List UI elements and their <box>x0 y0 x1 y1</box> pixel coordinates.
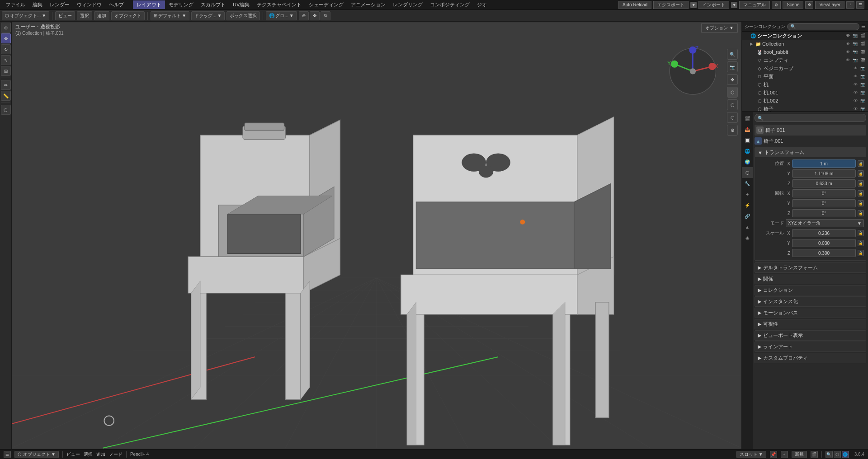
add-cube-tool[interactable]: ⬡ <box>1 105 11 115</box>
add-menu-btn[interactable]: 追加 <box>94 11 109 20</box>
prop-tab-output[interactable]: 📤 <box>742 124 753 135</box>
item4-eye-icon[interactable]: 👁 <box>853 74 859 79</box>
status-pin-icon[interactable]: 📌 <box>770 451 777 458</box>
prop-tab-modifier[interactable]: 🔧 <box>742 178 753 189</box>
item8-cam-icon[interactable]: 📷 <box>859 107 866 111</box>
scene-btn[interactable]: Scene <box>783 1 803 9</box>
col-cam-icon[interactable]: 📷 <box>852 42 859 46</box>
status-add-btn[interactable]: 追加 <box>96 451 105 458</box>
scale-z-lock[interactable]: 🔒 <box>858 250 864 256</box>
instancing-header[interactable]: ▶ インスタンス化 <box>755 297 866 306</box>
viewport-camera-btn[interactable]: 📷 <box>727 61 738 72</box>
viewport-zoom-in-btn[interactable]: 🔍 <box>727 49 738 60</box>
status-view-btn[interactable]: ビュー <box>66 451 80 458</box>
item8-eye-icon[interactable]: 👁 <box>853 107 859 111</box>
position-z-field[interactable]: 0.633 m <box>792 179 856 187</box>
motion-paths-header[interactable]: ▶ モーションパス <box>755 308 866 318</box>
col-render-icon[interactable]: 🎬 <box>859 42 866 46</box>
view-layer-icon[interactable]: ⋮ <box>846 1 854 9</box>
visibility-header[interactable]: ▶ 可視性 <box>755 319 866 329</box>
rotation-mode-select[interactable]: XYZ オイラー角 ▼ <box>786 219 864 227</box>
item2-eye-icon[interactable]: 👁 <box>845 58 851 62</box>
transform-section-header[interactable]: ▼ トランスフォーム <box>755 148 866 157</box>
workspace-sculpt[interactable]: スカルプト <box>197 0 229 9</box>
select-menu-btn[interactable]: 選択 <box>77 11 92 20</box>
line-art-header[interactable]: ▶ ラインアート <box>755 342 866 351</box>
workspace-geo[interactable]: ジオ <box>473 0 491 9</box>
scale-tool[interactable]: ⤡ <box>1 55 11 65</box>
workspace-texture[interactable]: テクスチャペイント <box>253 0 305 9</box>
scale-z-field[interactable]: 0.300 <box>792 249 856 257</box>
transform-btn-1[interactable]: ⊕ <box>299 11 309 20</box>
annotate-tool[interactable]: ✏ <box>1 80 11 90</box>
delta-transform-header[interactable]: ▶ デルタトランスフォーム <box>755 263 866 272</box>
item5-cam-icon[interactable]: 📷 <box>859 82 866 87</box>
outliner-bezier[interactable]: ◇ ベジエカーブ 👁 📷 <box>742 64 868 72</box>
item3-cam-icon[interactable]: 📷 <box>859 66 866 70</box>
viewport-3d[interactable]: ユーザー・透視投影 (1) Collection | 椅子.001 オプション … <box>12 22 741 449</box>
transform-btn-3[interactable]: ↻ <box>321 11 330 20</box>
prop-tab-scene[interactable]: 🌐 <box>742 145 753 156</box>
scene-settings-icon[interactable]: ⚙ <box>805 1 813 9</box>
outliner-camera-icon[interactable]: 📷 <box>852 33 859 38</box>
col-eye-icon[interactable]: 👁 <box>845 42 851 46</box>
outliner-filter-icon[interactable]: ☰ <box>861 24 865 29</box>
prop-tab-data[interactable]: ▲ <box>742 221 753 232</box>
viewport-shading-btn-solid[interactable]: ⬡ <box>727 87 738 98</box>
outliner-collection[interactable]: ▶ 📁 Collection 👁 📷 🎬 <box>742 40 868 48</box>
collection-header[interactable]: ▶ コレクション <box>755 286 866 295</box>
rotation-y-lock[interactable]: 🔒 <box>858 200 864 206</box>
outliner-empty[interactable]: ▽ エンプティ 👁 📷 🎬 <box>742 56 868 64</box>
viewport-shading-btn-wireframe[interactable]: ⬡ <box>727 99 738 110</box>
status-icon-2[interactable]: ⬡ <box>834 451 841 458</box>
outliner-search-input[interactable] <box>787 23 859 30</box>
item6-cam-icon[interactable]: 📷 <box>859 90 866 95</box>
item3-eye-icon[interactable]: 👁 <box>853 66 859 70</box>
viewport-display-header[interactable]: ▶ ビューポート表示 <box>755 331 866 340</box>
outliner-scene-collection[interactable]: 🌐 シーンコレクション 👁 📷 🎬 <box>742 32 868 40</box>
pivot-btn[interactable]: ドラッグ... ▼ <box>191 11 225 20</box>
filter-icon[interactable]: ☰ <box>856 1 864 9</box>
workspace-animation[interactable]: アニメーション <box>347 0 389 9</box>
status-icon-1[interactable]: 🔍 <box>826 451 833 458</box>
item2-render-icon[interactable]: 🎬 <box>859 58 866 62</box>
position-y-field[interactable]: 1.1108 m <box>792 169 856 178</box>
menu-file[interactable]: ファイル <box>2 0 29 9</box>
rotation-y-field[interactable]: 0° <box>792 199 856 207</box>
transform-tool[interactable]: ⊞ <box>1 66 11 76</box>
move-tool[interactable]: ✥ <box>1 33 11 43</box>
outliner-desk[interactable]: ⬡ 机 👁 📷 <box>742 80 868 89</box>
item2-cam-icon[interactable]: 📷 <box>852 58 859 62</box>
scale-y-field[interactable]: 0.030 <box>792 239 856 247</box>
prop-tab-world[interactable]: 🌍 <box>742 156 753 167</box>
workspace-compositing[interactable]: コンポジティング <box>426 0 473 9</box>
workspace-rendering[interactable]: レンダリング <box>389 0 426 9</box>
menu-render[interactable]: レンダー <box>46 0 73 9</box>
workspace-shading[interactable]: シェーディング <box>305 0 347 9</box>
outliner-desk001[interactable]: ⬡ 机.001 👁 📷 <box>742 89 868 97</box>
prop-tab-object[interactable]: ⬡ <box>742 167 753 178</box>
outliner-desk002[interactable]: ⬡ 机.002 👁 📷 <box>742 97 868 105</box>
status-select-btn[interactable]: 選択 <box>84 451 93 458</box>
status-menu-btn[interactable]: ☰ <box>4 451 11 458</box>
rotation-x-field[interactable]: 0° <box>792 189 856 197</box>
outliner-render-icon[interactable]: 🎬 <box>859 33 866 38</box>
prop-tab-view-layer[interactable]: 🔲 <box>742 135 753 145</box>
outliner-chair[interactable]: ⬡ 椅子 👁 📷 <box>742 105 868 112</box>
item5-eye-icon[interactable]: 👁 <box>853 82 859 87</box>
status-object-mode-btn[interactable]: ⬡ オブジェクト ▼ <box>14 451 59 458</box>
viewport-shading-btn-render[interactable]: ⬡ <box>727 112 738 123</box>
position-y-lock[interactable]: 🔒 <box>858 170 864 177</box>
view-menu-btn[interactable]: ビュー <box>55 11 75 20</box>
prop-tab-particles[interactable]: ✦ <box>742 189 753 200</box>
status-add-icon[interactable]: + <box>781 451 788 458</box>
viewport-move-btn[interactable]: ✥ <box>727 74 738 85</box>
menu-edit[interactable]: 編集 <box>29 0 46 9</box>
position-x-field[interactable]: 1 m <box>792 159 856 168</box>
mode-selector[interactable]: ⬡ オブジェクト... ▼ <box>2 11 49 20</box>
outliner-bool-rabbit[interactable]: 🐰 bool_rabbit 👁 📷 🎬 <box>742 48 868 56</box>
rotation-z-field[interactable]: 0° <box>792 209 856 217</box>
item1-cam-icon[interactable]: 📷 <box>852 50 859 54</box>
snapping-btn[interactable]: ボックス選択 <box>226 11 260 20</box>
scale-x-lock[interactable]: 🔒 <box>858 230 864 236</box>
